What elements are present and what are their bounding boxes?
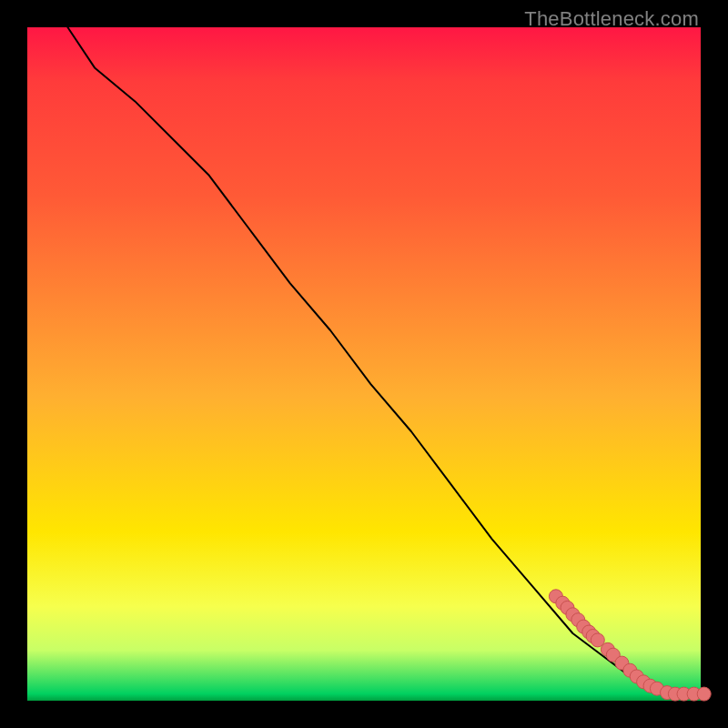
- chart-curve: [67, 27, 701, 694]
- plot-area: [27, 27, 701, 701]
- chart-scatter-points: [549, 590, 711, 701]
- scatter-point: [697, 687, 711, 701]
- chart-svg: [27, 27, 701, 701]
- chart-frame: TheBottleneck.com: [0, 0, 728, 728]
